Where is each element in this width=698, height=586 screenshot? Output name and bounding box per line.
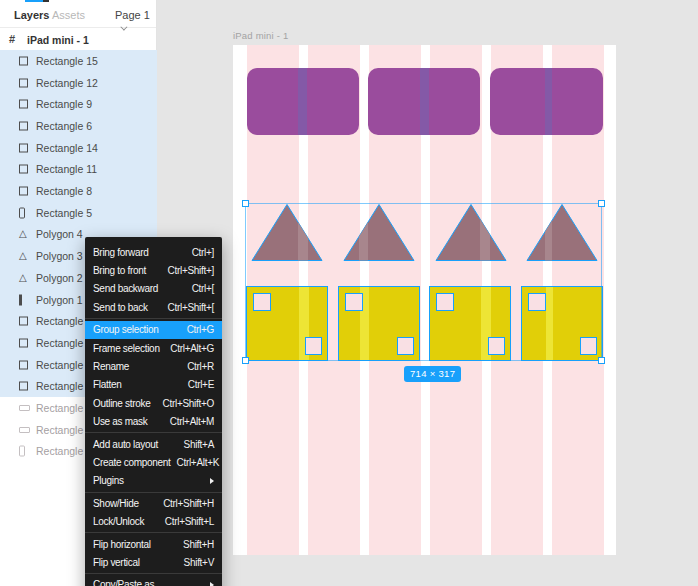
page-selector-label: Page 1 <box>115 9 150 21</box>
selection-handle-bottom-right[interactable] <box>598 357 605 364</box>
inner-square[interactable] <box>528 293 546 311</box>
layer-label: Rectangle 15 <box>36 55 98 67</box>
line-icon <box>19 294 22 305</box>
triangle-1[interactable] <box>250 203 324 262</box>
layer-label: Rectangle <box>36 337 83 349</box>
inner-square[interactable] <box>397 337 414 355</box>
layer-label: Polygon 3 <box>36 250 83 262</box>
layer-label: Rectangle <box>36 445 83 457</box>
square-icon <box>19 360 28 369</box>
square-icon <box>19 382 28 391</box>
layer-row-rectangle-5[interactable]: Rectangle 5 <box>0 202 157 224</box>
inner-square[interactable] <box>345 293 363 311</box>
inner-square[interactable] <box>580 337 597 355</box>
menu-item-shortcut: Ctrl+Shift+H <box>163 498 214 509</box>
square-icon <box>19 317 28 326</box>
triangle-3[interactable] <box>434 203 508 262</box>
tab-layers[interactable]: Layers <box>14 9 49 21</box>
triangle-4[interactable] <box>525 203 599 262</box>
layer-label: Rectangle 14 <box>36 142 98 154</box>
menu-item-flatten[interactable]: FlattenCtrl+E <box>85 376 222 394</box>
frame-layer-row[interactable]: # iPad mini - 1 <box>0 32 156 50</box>
top-accent-strip <box>25 0 43 2</box>
menu-item-send-to-back[interactable]: Send to backCtrl+Shift+[ <box>85 298 222 316</box>
page-selector[interactable]: Page 1 <box>115 9 156 33</box>
inner-square[interactable] <box>253 293 271 311</box>
menu-item-shortcut: Ctrl+E <box>188 379 214 390</box>
layer-row-rectangle-12[interactable]: Rectangle 12 <box>0 72 157 94</box>
layer-row-rectangle-14[interactable]: Rectangle 14 <box>0 137 157 159</box>
purple-rectangle-1[interactable] <box>247 68 359 135</box>
submenu-arrow-icon <box>210 478 214 484</box>
yellow-square-4[interactable] <box>521 286 603 361</box>
layer-label: Rectangle <box>36 380 83 392</box>
menu-item-copy-paste-as[interactable]: Copy/Paste as <box>85 576 222 586</box>
menu-item-label: Plugins <box>93 475 124 486</box>
square-icon <box>19 56 28 65</box>
menu-item-shortcut: Ctrl+Shift+[ <box>168 302 214 313</box>
menu-item-shortcut: Shift+H <box>183 539 214 550</box>
menu-item-label: Flatten <box>93 379 121 390</box>
menu-item-use-as-mask[interactable]: Use as maskCtrl+Alt+M <box>85 413 222 431</box>
layer-row-rectangle-6[interactable]: Rectangle 6 <box>0 115 157 137</box>
tab-assets[interactable]: Assets <box>52 9 85 21</box>
menu-item-label: Outline stroke <box>93 398 151 409</box>
inner-square[interactable] <box>488 337 505 355</box>
menu-item-shortcut: Ctrl+G <box>187 324 214 335</box>
yellow-square-2[interactable] <box>338 286 420 361</box>
layer-row-rectangle-9[interactable]: Rectangle 9 <box>0 93 157 115</box>
menu-item-outline-stroke[interactable]: Outline strokeCtrl+Shift+O <box>85 394 222 412</box>
selection-handle-top-left[interactable] <box>242 200 249 207</box>
yellow-square-1[interactable] <box>246 286 328 361</box>
layer-row-rectangle-8[interactable]: Rectangle 8 <box>0 180 157 202</box>
menu-item-label: Lock/Unlock <box>93 516 144 527</box>
purple-rectangle-3[interactable] <box>490 68 603 135</box>
layer-row-rectangle-15[interactable]: Rectangle 15 <box>0 50 157 72</box>
tall-rect-icon <box>19 446 25 457</box>
menu-item-shortcut: Ctrl+Shift+L <box>165 516 214 527</box>
menu-item-shortcut: Ctrl+Shift+] <box>168 265 214 276</box>
menu-item-add-auto-layout[interactable]: Add auto layoutShift+A <box>85 435 222 453</box>
menu-item-bring-to-front[interactable]: Bring to frontCtrl+Shift+] <box>85 261 222 279</box>
selection-size-badge: 714 × 317 <box>404 366 461 382</box>
layer-label: Rectangle 5 <box>36 207 92 219</box>
layer-label: Rectangle <box>36 402 83 414</box>
layer-label: Rectangle 11 <box>36 163 97 175</box>
layer-row-rectangle-11[interactable]: Rectangle 11 <box>0 159 157 181</box>
menu-item-shortcut: Ctrl+Alt+M <box>170 416 214 427</box>
menu-item-plugins[interactable]: Plugins <box>85 472 222 490</box>
selection-handle-bottom-left[interactable] <box>242 357 249 364</box>
canvas-frame-label[interactable]: iPad mini - 1 <box>233 30 288 41</box>
menu-item-show-hide[interactable]: Show/HideCtrl+Shift+H <box>85 494 222 512</box>
menu-item-bring-forward[interactable]: Bring forwardCtrl+] <box>85 243 222 261</box>
menu-item-label: Rename <box>93 361 129 372</box>
menu-item-flip-horizontal[interactable]: Flip horizontalShift+H <box>85 535 222 553</box>
purple-rectangle-2[interactable] <box>368 68 480 135</box>
inner-square[interactable] <box>436 293 454 311</box>
menu-item-label: Use as mask <box>93 416 148 427</box>
menu-item-flip-vertical[interactable]: Flip verticalShift+V <box>85 553 222 571</box>
menu-item-rename[interactable]: RenameCtrl+R <box>85 357 222 375</box>
square-icon <box>19 121 28 130</box>
menu-separator <box>85 532 222 533</box>
menu-item-frame-selection[interactable]: Frame selectionCtrl+Alt+G <box>85 339 222 357</box>
menu-item-group-selection[interactable]: Group selectionCtrl+G <box>85 321 222 339</box>
triangle-icon: △ <box>19 251 27 261</box>
square-icon <box>19 78 28 87</box>
menu-separator <box>85 432 222 433</box>
grid-gutter-overlay <box>546 287 553 360</box>
menu-separator <box>85 573 222 574</box>
grid-gutter-overlay <box>420 68 429 135</box>
menu-item-create-component[interactable]: Create componentCtrl+Alt+K <box>85 453 222 471</box>
menu-item-label: Bring forward <box>93 247 149 258</box>
menu-item-lock-unlock[interactable]: Lock/UnlockCtrl+Shift+L <box>85 512 222 530</box>
layer-label: Rectangle <box>36 315 83 327</box>
square-icon <box>19 143 28 152</box>
menu-item-send-backward[interactable]: Send backwardCtrl+[ <box>85 280 222 298</box>
selection-handle-top-right[interactable] <box>598 200 605 207</box>
menu-item-shortcut: Ctrl+Shift+O <box>163 398 214 409</box>
yellow-square-3[interactable] <box>429 286 511 361</box>
triangle-2[interactable] <box>342 203 416 262</box>
inner-square[interactable] <box>305 337 322 355</box>
menu-item-label: Bring to front <box>93 265 146 276</box>
